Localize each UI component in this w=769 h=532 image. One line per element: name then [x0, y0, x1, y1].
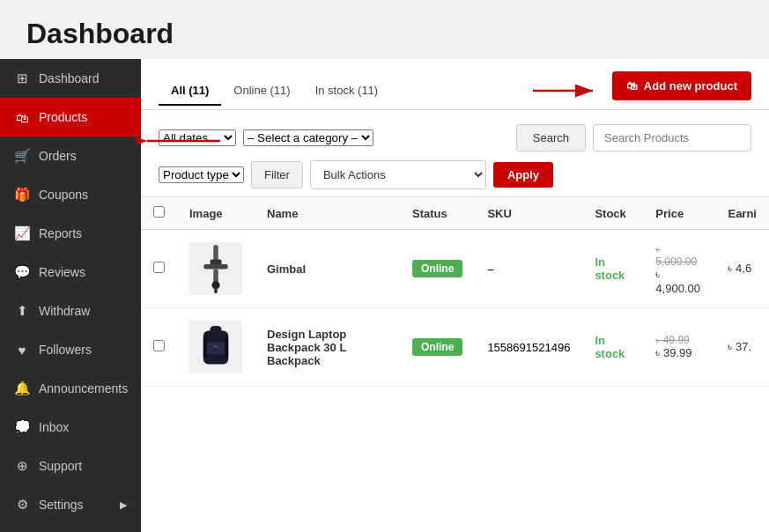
- dashboard-icon: ⊞: [14, 70, 30, 86]
- sidebar-item-label: Followers: [39, 343, 92, 357]
- sidebar-item-reviews[interactable]: 💬 Reviews: [0, 253, 141, 292]
- filter-row-2: Product type Filter Bulk Actions Apply: [159, 160, 751, 189]
- row-checkbox[interactable]: [153, 262, 165, 273]
- coupons-icon: 🎁: [14, 187, 30, 203]
- tab-online[interactable]: Online (11): [221, 77, 302, 106]
- filter-right: Search: [516, 124, 751, 151]
- gimbal-svg: [194, 245, 238, 293]
- col-image: Image: [177, 197, 255, 230]
- page-title: Dashboard: [0, 0, 769, 59]
- sidebar-item-label: Announcements: [39, 381, 128, 395]
- products-table: Image Name Status SKU Stock Price Earni: [141, 196, 769, 387]
- svg-rect-7: [214, 286, 218, 292]
- sidebar-item-label: Reviews: [39, 265, 85, 279]
- product-earnings: ৳ 4,6: [728, 262, 751, 275]
- col-earnings: Earni: [715, 197, 769, 230]
- select-all-checkbox[interactable]: [153, 206, 165, 218]
- sidebar-item-label: Dashboard: [39, 71, 100, 85]
- product-price-cell: ৳ 5,000.00 ৳ 4,900.00: [643, 230, 715, 308]
- col-stock: Stock: [582, 197, 643, 230]
- followers-icon: ♥: [14, 342, 30, 358]
- col-price: Price: [643, 197, 715, 230]
- svg-rect-10: [207, 343, 226, 354]
- row-checkbox[interactable]: [153, 340, 165, 351]
- tabs-bar: All (11) Online (11) In stock (11) 🛍 Add: [141, 59, 769, 110]
- svg-rect-12: [203, 336, 207, 358]
- filter-button[interactable]: Filter: [251, 161, 303, 188]
- product-earnings-cell: ৳ 4,6: [715, 230, 769, 308]
- support-icon: ⊕: [14, 458, 30, 474]
- product-status-cell: Online: [400, 230, 475, 308]
- price-original: ৳ 5,000.00: [655, 243, 703, 268]
- sidebar-item-dashboard[interactable]: ⊞ Dashboard: [0, 59, 141, 98]
- product-sku: –: [487, 262, 493, 276]
- product-image: [189, 321, 242, 373]
- product-name-cell: Design Laptop Backpack 30 L Backpack: [255, 308, 400, 387]
- sidebar: ⊞ Dashboard 🛍 Products 🛒 Orders 🎁 Coupon…: [0, 59, 141, 532]
- orders-icon: 🛒: [14, 148, 30, 164]
- add-product-button[interactable]: 🛍 Add new product: [612, 71, 751, 100]
- tab-all[interactable]: All (11): [159, 77, 221, 106]
- product-earnings: ৳ 37.: [728, 340, 751, 353]
- sidebar-item-coupons[interactable]: 🎁 Coupons: [0, 175, 141, 214]
- announcements-icon: 🔔: [14, 381, 30, 396]
- apply-button[interactable]: Apply: [493, 162, 553, 188]
- svg-rect-13: [225, 336, 228, 358]
- product-name: Design Laptop Backpack 30 L Backpack: [267, 328, 346, 367]
- filter-left: All dates This month Last month This yea…: [159, 129, 373, 146]
- product-type-filter[interactable]: Product type: [159, 166, 244, 183]
- col-status: Status: [400, 197, 475, 230]
- status-badge: Online: [412, 338, 462, 356]
- product-earnings-cell: ৳ 37.: [715, 308, 769, 387]
- tab-instock[interactable]: In stock (11): [303, 77, 391, 106]
- search-button[interactable]: Search: [516, 124, 586, 151]
- search-products-input[interactable]: [593, 124, 751, 151]
- tabs: All (11) Online (11) In stock (11): [159, 77, 390, 105]
- settings-icon: ⚙: [14, 497, 30, 513]
- col-sku: SKU: [475, 197, 582, 230]
- main-content: All (11) Online (11) In stock (11) 🛍 Add: [141, 59, 769, 532]
- sidebar-item-label: Withdraw: [39, 304, 90, 318]
- product-sku-cell: –: [475, 230, 582, 308]
- inbox-icon: 💭: [14, 419, 30, 435]
- product-stock-cell: In stock: [582, 230, 643, 308]
- sidebar-item-label: Products: [39, 110, 87, 124]
- sidebar-item-followers[interactable]: ♥ Followers: [0, 330, 141, 369]
- price-original: ৳ 49.99: [655, 334, 703, 346]
- sidebar-item-settings[interactable]: ⚙ Settings ▶: [0, 485, 141, 524]
- sidebar-item-label: Support: [39, 459, 82, 473]
- filters-section: All dates This month Last month This yea…: [141, 110, 769, 196]
- row-checkbox-cell: [141, 308, 177, 387]
- sidebar-item-inbox[interactable]: 💭 Inbox: [0, 408, 141, 447]
- products-icon: 🛍: [14, 109, 30, 125]
- sidebar-item-label: Orders: [39, 149, 77, 163]
- withdraw-icon: ⬆: [14, 303, 30, 319]
- sidebar-item-support[interactable]: ⊕ Support: [0, 447, 141, 485]
- table-row: Design Laptop Backpack 30 L Backpack Onl…: [141, 308, 769, 387]
- svg-rect-9: [210, 326, 221, 334]
- reports-icon: 📈: [14, 225, 30, 241]
- product-price-cell: ৳ 49.99 ৳ 39.99: [643, 308, 715, 387]
- sidebar-item-announcements[interactable]: 🔔 Announcements: [0, 369, 141, 408]
- settings-chevron-icon: ▶: [120, 499, 127, 511]
- date-filter[interactable]: All dates This month Last month This yea…: [159, 129, 236, 146]
- product-name: Gimbal: [267, 262, 306, 276]
- product-status-cell: Online: [400, 308, 475, 387]
- product-sku-cell: 1558691521496: [475, 308, 582, 387]
- add-product-label: Add new product: [644, 79, 737, 92]
- product-name-cell: Gimbal: [255, 230, 400, 308]
- filter-row-1: All dates This month Last month This yea…: [159, 124, 751, 151]
- sidebar-item-orders[interactable]: 🛒 Orders: [0, 137, 141, 175]
- arrow-annotation: [533, 80, 603, 101]
- product-stock: In stock: [595, 334, 625, 360]
- table-row: Gimbal Online – In stock ৳ 5,000.00 ৳ 4,…: [141, 230, 769, 308]
- sidebar-item-reports[interactable]: 📈 Reports: [0, 214, 141, 253]
- product-sku: 1558691521496: [487, 341, 570, 354]
- sidebar-item-withdraw[interactable]: ⬆ Withdraw: [0, 292, 141, 330]
- col-checkbox: [141, 197, 177, 230]
- bulk-actions-select[interactable]: Bulk Actions: [310, 160, 486, 189]
- category-filter[interactable]: – Select a category –: [243, 129, 373, 146]
- sidebar-item-products[interactable]: 🛍 Products: [0, 98, 141, 137]
- sidebar-item-label: Coupons: [39, 188, 88, 202]
- sidebar-item-label: Inbox: [39, 420, 69, 434]
